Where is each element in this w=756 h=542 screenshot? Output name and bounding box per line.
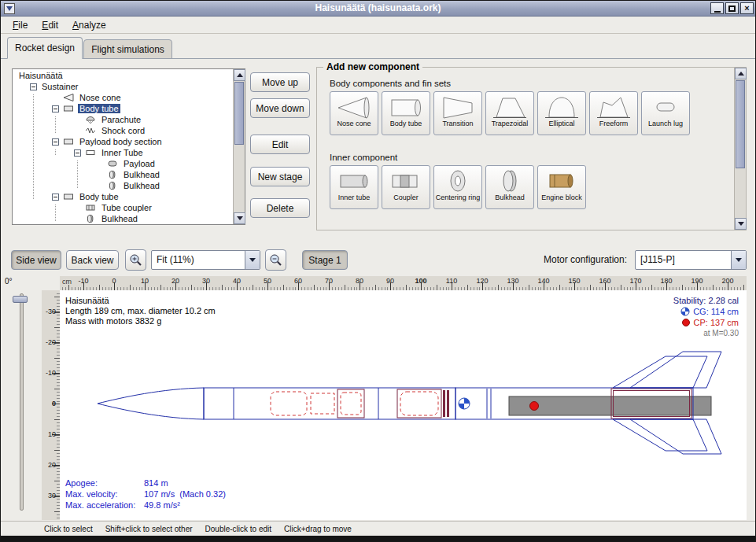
add-trapezoidal-fin-button[interactable]: Trapezoidal (485, 91, 534, 135)
ruler-tick-label: 150 (568, 277, 580, 285)
zoom-level-combo[interactable]: Fit (11%) (151, 250, 260, 270)
move-up-button[interactable]: Move up (250, 72, 310, 92)
tree-item-sustainer[interactable]: Sustainer (13, 81, 233, 92)
close-button[interactable]: × (740, 2, 754, 14)
tree-item-parachute[interactable]: Parachute (13, 114, 233, 125)
trapezoidal-fin-icon (492, 94, 527, 120)
tree-item-label: Parachute (100, 115, 142, 124)
collapse-icon[interactable] (52, 105, 59, 112)
body-tube-icon (62, 192, 75, 201)
tree-scrollbar[interactable] (233, 69, 245, 224)
tree-item-nose-cone[interactable]: Nose cone (13, 92, 233, 103)
payload-icon (106, 159, 119, 168)
add-body-tube-button[interactable]: Body tube (382, 91, 430, 135)
button-label: Edit (272, 139, 289, 150)
ruler-tick-label: 200 (721, 277, 733, 285)
tree-item-tube-coupler[interactable]: Tube coupler (13, 202, 233, 213)
menu-analyze-label: A (72, 20, 79, 31)
titlebar[interactable]: Haisunäätä (haisunaata.ork) × (1, 1, 755, 17)
side-view-button[interactable]: Side view (11, 250, 61, 270)
tree-item-label: Nose cone (78, 93, 123, 102)
status-hint: Shift+click to select other (105, 525, 193, 533)
add-engine-block-button[interactable]: Engine block (537, 165, 586, 209)
add-inner-tube-button[interactable]: Inner tube (330, 165, 378, 209)
collapse-icon[interactable] (52, 194, 59, 201)
tree-item-bulkhead[interactable]: Bulkhead (13, 169, 233, 180)
tab-label: Rocket design (15, 42, 75, 53)
add-launch-lug-button[interactable]: Launch lug (641, 91, 690, 135)
inner-tube-icon (84, 148, 97, 157)
menu-analyze[interactable]: Analyze (65, 18, 113, 32)
delete-button[interactable]: Delete (250, 198, 310, 218)
add-nose-cone-button[interactable]: Nose cone (330, 91, 378, 135)
scroll-up-icon[interactable] (735, 68, 747, 79)
chevron-down-icon[interactable] (245, 251, 260, 269)
shock-cord-icon (84, 126, 97, 135)
back-view-button[interactable]: Back view (66, 250, 119, 270)
tree-item-label: Payload (122, 159, 157, 168)
rotation-slider-thumb[interactable] (13, 296, 28, 303)
ruler-tick-label: 190 (691, 277, 703, 285)
tree-item-payload-body-section[interactable]: Payload body section (13, 136, 233, 147)
chevron-down-icon[interactable] (731, 251, 746, 269)
rotation-slider-track[interactable] (20, 293, 24, 511)
horizontal-ruler: cm -10 0 10 20 30 40 50 60 70 80 90 100 … (60, 276, 747, 290)
scroll-up-icon[interactable] (234, 69, 245, 81)
bulkhead-icon (492, 168, 527, 194)
tree-item-shock-cord[interactable]: Shock cord (13, 125, 233, 136)
add-elliptical-fin-button[interactable]: Elliptical (537, 91, 586, 135)
ruler-tick-label: 20 (171, 277, 179, 285)
rocket-info-block: Haisunäätä Length 189 cm, max. diameter … (65, 296, 216, 326)
status-hint: Double-click to edit (205, 525, 271, 533)
tree-item-bulkhead[interactable]: Bulkhead (13, 180, 233, 191)
menu-file[interactable]: File (6, 18, 35, 32)
minimize-button[interactable] (710, 2, 724, 14)
collapse-icon[interactable] (74, 149, 81, 157)
collapse-icon[interactable] (30, 83, 37, 90)
max-acceleration-value: 49.8 m/s² (144, 500, 180, 511)
status-hint: Click+drag to move (284, 525, 352, 533)
motor-configuration-value: [J115-P] (636, 251, 731, 269)
application-window: Haisunäätä (haisunaata.ork) × File Edit … (0, 0, 756, 542)
tree-item-inner-tube[interactable]: Inner Tube (13, 147, 233, 158)
rocket-view-canvas[interactable]: Haisunäätä Length 189 cm, max. diameter … (60, 290, 747, 520)
zoom-in-button[interactable] (125, 249, 146, 271)
collapse-icon[interactable] (52, 138, 59, 146)
tree-item-body-tube-selected[interactable]: Body tube (13, 103, 233, 114)
scroll-down-icon[interactable] (234, 212, 245, 224)
maximize-button[interactable] (725, 2, 739, 14)
zoom-level-value: Fit (11%) (152, 251, 245, 269)
tree-item-label: Bulkhead (100, 214, 139, 223)
add-transition-button[interactable]: Transition (433, 91, 482, 135)
tab-flight-simulations[interactable]: Flight simulations (83, 39, 172, 59)
tree-item-rocket-root[interactable]: Haisunäätä (13, 70, 233, 81)
tree-item-label: Haisunäätä (17, 71, 65, 80)
add-coupler-button[interactable]: Coupler (382, 165, 430, 209)
tree-item-body-tube-2[interactable]: Body tube (13, 191, 233, 202)
move-down-button[interactable]: Move down (250, 98, 310, 118)
add-freeform-fin-button[interactable]: Freeform (589, 91, 638, 135)
ruler-tick-label: -10 (46, 369, 56, 377)
add-bulkhead-button[interactable]: Bulkhead (485, 165, 534, 209)
stability-condition: at M=0.30 (673, 328, 739, 339)
tab-rocket-design[interactable]: Rocket design (7, 37, 83, 59)
stage-1-toggle[interactable]: Stage 1 (302, 250, 348, 270)
scrollbar-thumb[interactable] (736, 80, 745, 168)
motor-configuration-combo[interactable]: [J115-P] (635, 250, 747, 270)
component-panel-scrollbar[interactable] (734, 68, 746, 230)
ruler-tick-label: 90 (386, 277, 394, 285)
tree-item-bulkhead[interactable]: Bulkhead (13, 213, 233, 224)
add-centering-ring-button[interactable]: Centering ring (433, 165, 482, 209)
scroll-down-icon[interactable] (735, 218, 747, 230)
menu-edit[interactable]: Edit (35, 18, 65, 32)
menubar: File Edit Analyze (1, 17, 755, 34)
new-stage-button[interactable]: New stage (250, 167, 310, 186)
edit-button[interactable]: Edit (250, 135, 310, 154)
button-label: Nose cone (337, 120, 371, 128)
close-icon: × (744, 4, 749, 13)
tree-item-payload[interactable]: Payload (13, 158, 233, 169)
scrollbar-thumb[interactable] (234, 82, 244, 145)
zoom-out-button[interactable] (265, 249, 286, 271)
window-bottom-edge (1, 536, 755, 541)
cp-value: CP: 137 cm (694, 317, 739, 328)
